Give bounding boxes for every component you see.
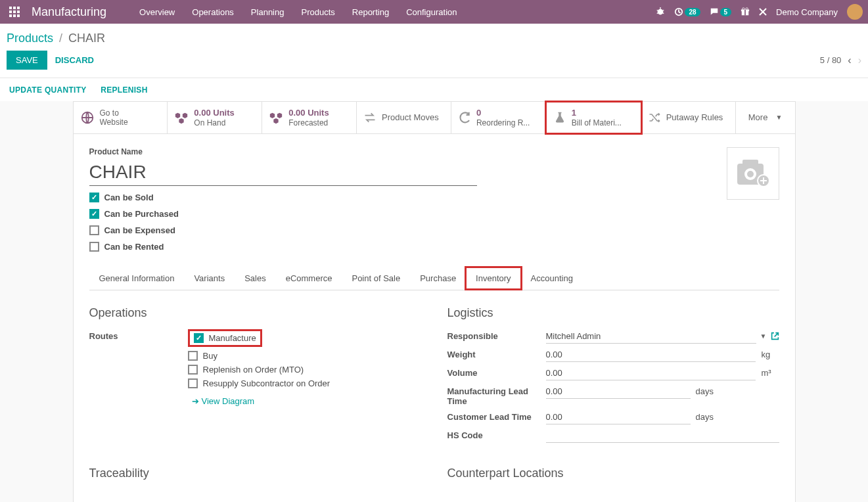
checkbox-purchased[interactable] [89,209,99,219]
hs-code-label: HS Code [447,428,546,440]
cust-lead-input[interactable] [546,410,691,424]
cust-lead-unit: days [696,412,714,422]
external-link-icon[interactable] [771,332,779,340]
nav-reporting[interactable]: Reporting [346,2,396,22]
tab-general[interactable]: General Information [89,267,185,290]
svg-rect-25 [742,160,758,165]
refresh-icon [458,111,471,124]
nav-operations[interactable]: Operations [185,2,240,22]
nav-overview[interactable]: Overview [133,2,181,22]
bug-icon[interactable] [656,7,665,16]
checkbox-expensed[interactable] [89,225,99,235]
svg-line-11 [657,10,658,11]
svg-rect-2 [17,7,20,9]
route-mto[interactable]: Replenish on Order (MTO) [188,365,421,375]
stat-button-box: Go to Website 0.00 Units On Hand 0.00 Un… [73,101,796,133]
stat-bom[interactable]: 1 Bill of Materi... [545,101,643,135]
checkbox-sold[interactable] [89,193,99,202]
svg-rect-4 [13,11,16,13]
svg-rect-1 [13,7,16,9]
tab-sales[interactable]: Sales [235,267,276,290]
topbar: Manufacturing Overview Operations Planni… [0,0,868,24]
save-button[interactable]: SAVE [7,51,47,70]
tab-ecommerce[interactable]: eCommerce [276,267,342,290]
route-manufacture[interactable]: Manufacture [188,329,262,347]
stat-website[interactable]: Go to Website [74,102,168,133]
responsible-input[interactable] [546,329,756,344]
can-be-sold-label: Can be Sold [104,193,154,202]
responsible-label: Responsible [447,329,546,341]
sub-actions: UPDATE QUANTITY REPLENISH [0,78,868,101]
nav-configuration[interactable]: Configuration [400,2,463,22]
route-mto-label: Replenish on Order (MTO) [203,365,304,375]
can-be-rented-label: Can be Rented [104,242,164,252]
breadcrumb-separator: / [59,32,62,45]
logistics-title: Logistics [447,306,779,320]
mfg-lead-input[interactable] [546,384,691,399]
avatar[interactable] [847,4,863,20]
topnav: Overview Operations Planning Products Re… [133,2,463,22]
exchange-icon [363,111,377,124]
route-manufacture-label: Manufacture [209,333,256,343]
checkbox-buy[interactable] [188,351,198,361]
product-name-label: Product Name [89,147,727,156]
breadcrumb-parent[interactable]: Products [7,32,53,45]
stat-on-hand[interactable]: 0.00 Units On Hand [168,102,262,133]
discard-button[interactable]: DISCARD [55,55,94,65]
stat-reordering[interactable]: 0 Reordering R... [451,102,546,133]
stat-putaway[interactable]: Putaway Rules [641,102,736,133]
stat-product-moves[interactable]: Product Moves [357,102,451,133]
can-be-purchased-row[interactable]: Can be Purchased [89,209,727,219]
app-title: Manufacturing [32,5,106,19]
route-resupply-label: Resupply Subcontractor on Order [203,378,331,388]
bom-label: Bill of Materi... [572,118,622,127]
pager: 5 / 80 ‹ › [820,55,861,66]
product-image[interactable] [727,147,779,200]
hs-code-input[interactable] [546,428,779,443]
nav-planning[interactable]: Planning [244,2,291,22]
gift-icon[interactable] [741,7,750,16]
breadcrumb: Products / CHAIR [7,32,861,45]
checkbox-resupply[interactable] [188,378,198,388]
tab-inventory[interactable]: Inventory [465,266,522,290]
chat-icon[interactable]: 5 [710,7,732,16]
tab-accounting[interactable]: Accounting [521,267,583,290]
tab-variants[interactable]: Variants [184,267,235,290]
tab-purchase[interactable]: Purchase [410,267,466,290]
cust-lead-label: Customer Lead Time [447,410,546,422]
route-buy[interactable]: Buy [188,351,421,361]
checkbox-manufacture[interactable] [194,333,204,343]
volume-input[interactable] [546,366,756,380]
more-label: More [748,112,768,122]
can-be-rented-row[interactable]: Can be Rented [89,242,727,252]
pager-text: 5 / 80 [820,55,842,65]
checkbox-rented[interactable] [89,242,99,252]
flask-icon [553,111,566,124]
operations-title: Operations [89,306,421,320]
svg-point-27 [747,171,754,177]
route-resupply[interactable]: Resupply Subcontractor on Order [188,378,421,388]
nav-products[interactable]: Products [294,2,341,22]
svg-rect-8 [17,14,20,17]
stat-more[interactable]: More ▼ [736,102,795,133]
bom-value: 1 [572,108,622,118]
company-name[interactable]: Demo Company [776,7,838,17]
dropdown-icon[interactable]: ▼ [760,332,767,340]
close-tray-icon[interactable] [759,8,767,16]
product-name-input[interactable] [89,159,477,186]
replenish-button[interactable]: REPLENISH [101,85,147,95]
pager-next-icon[interactable]: › [858,55,861,66]
tab-pos[interactable]: Point of Sale [342,267,410,290]
tabs: General Information Variants Sales eComm… [89,267,779,290]
can-be-expensed-row[interactable]: Can be Expensed [89,225,727,235]
view-diagram-link[interactable]: ➔ View Diagram [192,396,255,406]
checkbox-mto[interactable] [188,365,198,375]
pager-prev-icon[interactable]: ‹ [848,55,851,66]
activity-icon[interactable]: 28 [674,7,700,16]
stat-website-l1: Go to [100,108,128,118]
weight-input[interactable] [546,348,756,362]
stat-forecasted[interactable]: 0.00 Units Forecasted [262,102,357,133]
update-quantity-button[interactable]: UPDATE QUANTITY [9,85,87,95]
apps-icon[interactable] [5,3,24,21]
can-be-sold-row[interactable]: Can be Sold [89,193,727,202]
